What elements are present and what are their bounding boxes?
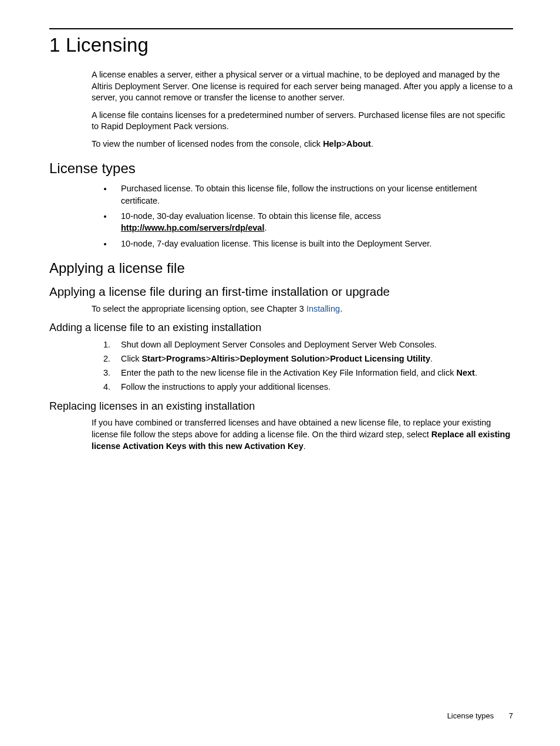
lt-item2-pre: 10-node, 30-day evaluation license. To o… <box>121 211 381 221</box>
intro-p3: To view the number of licensed nodes fro… <box>92 139 513 150</box>
license-types-heading: License types <box>49 160 513 177</box>
chapter-title: Licensing <box>66 34 149 56</box>
page-footer: License types 7 <box>447 711 513 720</box>
intro-p3-pre: To view the number of licensed nodes fro… <box>92 139 323 148</box>
list-item: Follow the instructions to apply your ad… <box>113 381 513 393</box>
list-item: Shut down all Deployment Server Consoles… <box>113 339 513 351</box>
intro-p3-post: . <box>371 139 373 148</box>
top-rule <box>49 28 513 29</box>
s3-post: . <box>475 368 477 377</box>
ds-label: Deployment Solution <box>240 354 325 363</box>
next-label: Next <box>456 368 474 377</box>
rp-post: . <box>303 441 306 451</box>
gt: > <box>342 139 346 148</box>
first-time-body: To select the appropriate licensing opti… <box>92 303 513 315</box>
installing-xref[interactable]: Installing <box>306 304 340 313</box>
adding-steps: Shut down all Deployment Server Consoles… <box>49 339 513 393</box>
s2-post: . <box>430 354 433 363</box>
list-item: Enter the path to the new license file i… <box>113 367 513 379</box>
adding-heading: Adding a license file to an existing ins… <box>49 322 513 334</box>
chapter-heading: 1 Licensing <box>49 34 513 56</box>
start-label: Start <box>141 354 161 363</box>
step1: Shut down all Deployment Server Consoles… <box>121 340 437 349</box>
intro-block: A license enables a server, either a phy… <box>92 69 513 150</box>
plu-label: Product Licensing Utility <box>330 354 430 363</box>
gt: > <box>206 354 211 363</box>
about-label: About <box>346 139 371 148</box>
footer-section: License types <box>447 711 494 720</box>
applying-heading: Applying a license file <box>49 260 513 276</box>
gt: > <box>325 354 330 363</box>
page: 1 Licensing A license enables a server, … <box>0 0 560 746</box>
programs-label: Programs <box>166 354 206 363</box>
list-item: Purchased license. To obtain this licens… <box>113 183 513 207</box>
s3-pre: Enter the path to the new license file i… <box>121 368 456 377</box>
license-types-list: Purchased license. To obtain this licens… <box>49 183 513 249</box>
list-item: Click Start>Programs>Altiris>Deployment … <box>113 353 513 365</box>
first-time-heading: Applying a license file during an first-… <box>49 285 513 299</box>
list-item: 10-node, 30-day evaluation license. To o… <box>113 210 513 234</box>
replacing-p: If you have combined or transferred lice… <box>92 417 513 452</box>
help-label: Help <box>323 139 341 148</box>
first-time-p: To select the appropriate licensing opti… <box>92 303 513 315</box>
lt-item1: Purchased license. To obtain this licens… <box>121 184 477 205</box>
lt-item2-post: . <box>264 223 266 232</box>
list-item: 10-node, 7-day evaluation license. This … <box>113 238 513 249</box>
intro-p1: A license enables a server, either a phy… <box>92 69 513 104</box>
replacing-body: If you have combined or transferred lice… <box>92 417 513 452</box>
intro-p2: A license file contains licenses for a p… <box>92 110 513 133</box>
s2-pre: Click <box>121 354 141 363</box>
chapter-number: 1 <box>49 34 60 56</box>
page-number: 7 <box>509 711 513 720</box>
lt-item3: 10-node, 7-day evaluation license. This … <box>121 239 431 248</box>
ft-post: . <box>340 304 342 313</box>
eval-link[interactable]: http://www.hp.com/servers/rdp/eval <box>121 223 264 232</box>
gt: > <box>161 354 166 363</box>
gt: > <box>235 354 239 363</box>
step4: Follow the instructions to apply your ad… <box>121 382 330 391</box>
ft-pre: To select the appropriate licensing opti… <box>92 304 306 313</box>
replacing-heading: Replacing licenses in an existing instal… <box>49 400 513 413</box>
altiris-label: Altiris <box>211 354 235 363</box>
